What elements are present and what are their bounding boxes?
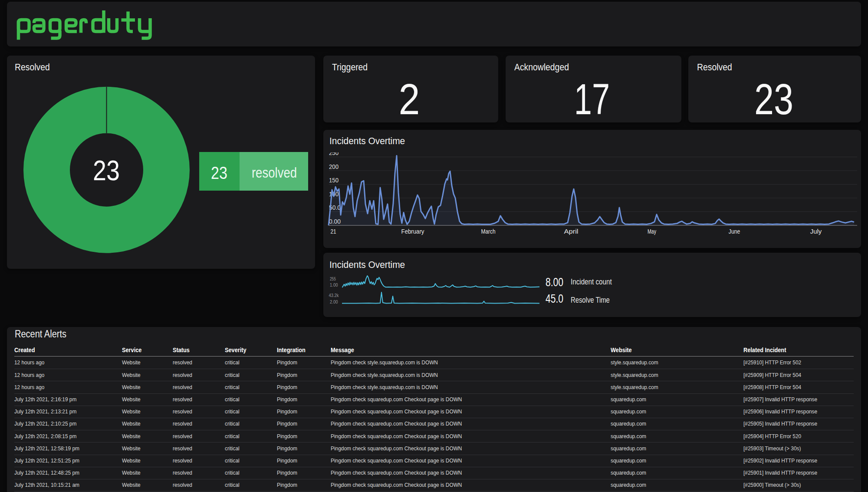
svg-text:February: February (401, 228, 424, 235)
svg-text:150: 150 (329, 177, 339, 184)
svg-text:43.2k: 43.2k (329, 293, 339, 298)
svg-text:250: 250 (329, 149, 339, 156)
svg-text:2.00: 2.00 (330, 299, 338, 304)
svg-text:1.00: 1.00 (330, 282, 338, 287)
svg-text:255: 255 (330, 276, 336, 281)
svg-text:June: June (729, 228, 740, 235)
svg-text:200: 200 (329, 163, 339, 170)
svg-text:July: July (810, 228, 822, 235)
svg-text:May: May (648, 228, 656, 235)
svg-text:21: 21 (330, 228, 336, 235)
svg-text:March: March (481, 228, 496, 235)
svg-text:April: April (564, 228, 579, 235)
